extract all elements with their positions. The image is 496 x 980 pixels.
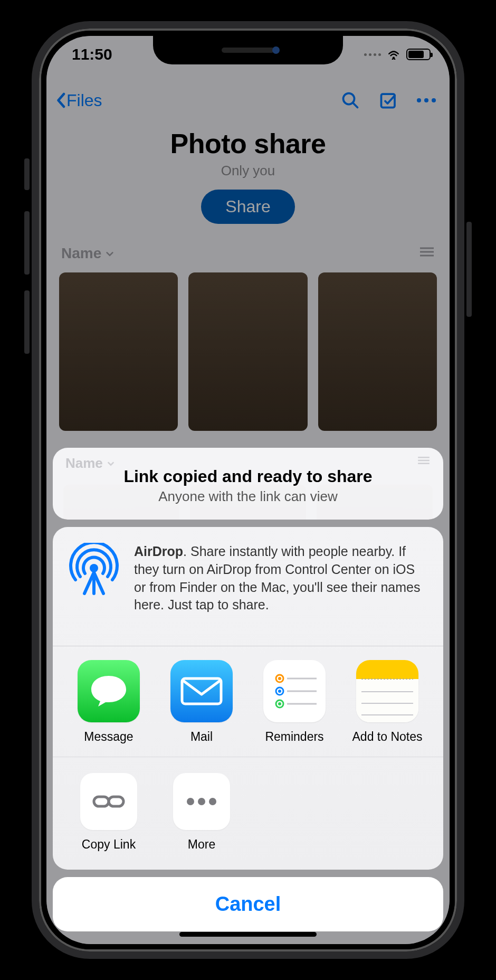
svg-rect-14 (182, 679, 221, 704)
volume-up-button (24, 211, 30, 275)
share-action-copy-link[interactable]: Copy Link (62, 773, 155, 852)
airdrop-description: AirDrop. Share instantly with people nea… (134, 543, 428, 614)
more-icon (173, 773, 230, 830)
share-app-mail[interactable]: Mail (155, 660, 248, 744)
svg-point-32 (187, 798, 194, 805)
notes-icon (356, 660, 418, 722)
mail-icon (170, 660, 233, 722)
link-icon (80, 773, 137, 830)
svg-point-16 (278, 677, 281, 680)
svg-point-34 (209, 798, 216, 805)
airdrop-icon (68, 543, 120, 596)
share-sheet: Name Link copied and ready to share Anyo… (53, 448, 443, 931)
app-label: Add to Notes (352, 730, 423, 744)
device-notch (153, 36, 343, 64)
share-app-notes[interactable]: Add to Notes (341, 660, 434, 744)
messages-icon (78, 660, 140, 722)
svg-rect-25 (356, 679, 418, 722)
mute-switch (24, 158, 30, 190)
app-label: Reminders (265, 730, 323, 744)
share-action-more[interactable]: More (155, 773, 248, 852)
app-label: Message (84, 730, 133, 744)
svg-point-20 (278, 702, 281, 705)
list-icon (417, 455, 431, 466)
home-indicator[interactable] (179, 932, 317, 937)
power-button (466, 222, 472, 317)
share-app-message[interactable]: Message (62, 660, 155, 744)
share-status-subtitle: Anyone with the link can view (69, 488, 427, 505)
action-label: Copy Link (82, 837, 136, 852)
svg-rect-31 (109, 797, 123, 806)
svg-rect-24 (356, 660, 418, 679)
app-label: Mail (190, 730, 213, 744)
share-header-card: Name Link copied and ready to share Anyo… (53, 448, 443, 520)
svg-rect-30 (94, 797, 109, 806)
airdrop-section[interactable]: AirDrop. Share instantly with people nea… (53, 527, 443, 646)
svg-point-18 (278, 690, 281, 693)
cancel-button[interactable]: Cancel (53, 877, 443, 931)
share-app-reminders[interactable]: Reminders (248, 660, 341, 744)
action-label: More (188, 837, 215, 852)
volume-down-button (24, 290, 30, 354)
reminders-icon (263, 660, 326, 722)
svg-point-33 (198, 798, 205, 805)
